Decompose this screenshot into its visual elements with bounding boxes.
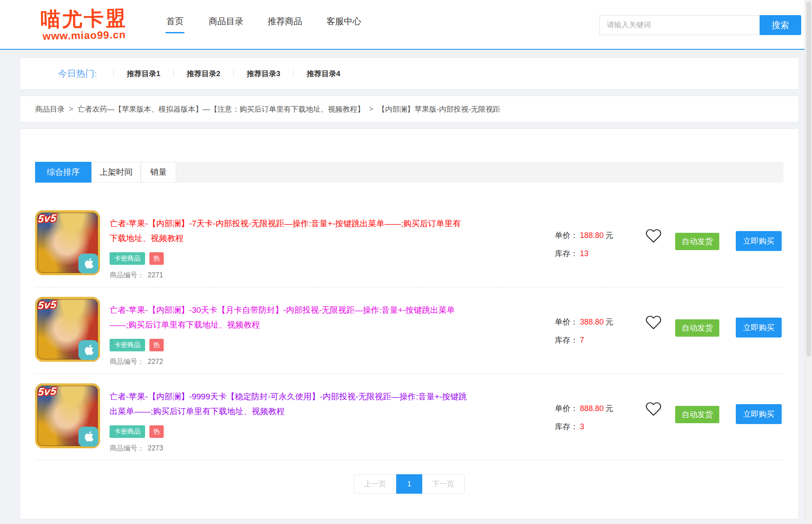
nav-label: 商品目录 (209, 16, 243, 27)
buy-now-button[interactable]: 立即购买 (736, 318, 782, 338)
product-row: 5v5 亡者-苹果-【内部澜】-30天卡【月卡自带防封】-内部投视-无限视距—操… (35, 287, 783, 374)
stock: 库存：3 (555, 421, 613, 432)
hot-bar-items: 推荐目录1 推荐目录2 推荐目录3 推荐目录4 (100, 69, 340, 79)
product-icon[interactable]: 5v5 (35, 210, 100, 275)
tag-hot: 热 (149, 339, 164, 351)
breadcrumb-separator: > (369, 105, 373, 113)
tag-card-product: 卡密商品 (110, 252, 145, 265)
apple-icon (78, 427, 98, 447)
divider (173, 70, 174, 77)
tab-comprehensive-sort[interactable]: 综合排序 (35, 162, 91, 183)
search-bar: 搜索 (599, 15, 801, 35)
product-title[interactable]: 亡者-苹果-【内部澜】-30天卡【月卡自带防封】-内部投视-无限视距—操作:音量… (110, 303, 469, 332)
favorite-heart-icon[interactable] (645, 228, 663, 245)
pagination-page-1[interactable]: 1 (396, 474, 422, 494)
tag-hot: 热 (149, 252, 164, 265)
sku-label: 商品编号： (110, 358, 144, 365)
apple-icon (78, 340, 98, 360)
breadcrumb-current: 【内部澜】苹果版-内部投视-无限视距 (378, 104, 500, 114)
nav-label: 推荐商品 (268, 16, 302, 27)
header: 喵尤卡盟 www.miao99.cn 首页 商品目录 推荐商品 客服中心 搜索 (0, 0, 812, 50)
tag-card-product: 卡密商品 (110, 425, 145, 438)
apple-icon (78, 254, 98, 273)
stock: 库存：13 (555, 248, 613, 259)
hot-item-3[interactable]: 推荐目录3 (247, 69, 280, 79)
tag-hot: 热 (149, 425, 164, 438)
product-row: 5v5 亡者-苹果-【内部澜】-7天卡-内部投视-无限视距—操作:音量+-按键跳… (35, 201, 783, 287)
hot-bar: 今日热门: 推荐目录1 推荐目录2 推荐目录3 推荐目录4 (19, 58, 799, 90)
breadcrumb-category[interactable]: 亡者农药—【苹果版本、模拟器版本】—【注意：购买后订单里有下载地址、视频教程】 (78, 104, 365, 114)
nav-item-home[interactable]: 首页 (165, 16, 184, 33)
divider (113, 70, 114, 77)
hot-item-2[interactable]: 推荐目录2 (187, 69, 220, 79)
nav-item-recommend[interactable]: 推荐商品 (268, 16, 302, 33)
favorite-heart-icon[interactable] (645, 314, 663, 331)
pagination-prev-button[interactable]: 上一页 (354, 474, 396, 494)
product-tags: 卡密商品 热 (110, 425, 469, 438)
tag-card-product: 卡密商品 (110, 339, 145, 351)
search-button[interactable]: 搜索 (760, 15, 801, 35)
favorite-heart-icon[interactable] (645, 401, 663, 418)
sku-value: 2271 (148, 271, 163, 279)
hot-item-1[interactable]: 推荐目录1 (127, 69, 160, 79)
sku-label: 商品编号： (110, 444, 144, 452)
breadcrumb: 商品目录 > 亡者农药—【苹果版本、模拟器版本】—【注意：购买后订单里有下载地址… (19, 96, 799, 122)
main-nav: 首页 商品目录 推荐商品 客服中心 (165, 16, 361, 33)
vertical-scrollbar[interactable] (805, 0, 812, 524)
auto-delivery-button[interactable]: 自动发货 (675, 406, 719, 423)
nav-label: 客服中心 (327, 16, 361, 27)
nav-item-support[interactable]: 客服中心 (327, 16, 361, 33)
product-tags: 卡密商品 热 (110, 252, 469, 265)
site-logo[interactable]: 喵尤卡盟 www.miao99.cn (20, 6, 147, 42)
unit-price: 单价：388.80元 (555, 317, 613, 327)
buy-now-button[interactable]: 立即购买 (736, 404, 782, 424)
product-icon[interactable]: 5v5 (35, 383, 100, 448)
price-block: 单价：188.80元 库存：13 (555, 230, 613, 259)
tab-listing-time[interactable]: 上架时间 (91, 162, 141, 183)
buy-now-button[interactable]: 立即购买 (736, 231, 782, 251)
product-title[interactable]: 亡者-苹果-【内部澜】-9999天卡【稳定防封-可永久使用】-内部投视-无限视距… (110, 389, 469, 419)
product-info: 亡者-苹果-【内部澜】-9999天卡【稳定防封-可永久使用】-内部投视-无限视距… (110, 389, 469, 453)
product-title[interactable]: 亡者-苹果-【内部澜】-7天卡-内部投视-无限视距—操作:音量+-按键跳出菜单—… (110, 216, 469, 246)
5v5-badge: 5v5 (38, 385, 58, 398)
scrollbar-thumb[interactable] (806, 2, 811, 357)
product-list-panel: 综合排序 上架时间 销量 5v5 亡者-苹果-【内部澜】-7天卡-内部投视-无限… (19, 129, 799, 519)
logo-url: www.miao99.cn (21, 28, 147, 42)
sku-label: 商品编号： (110, 271, 144, 279)
product-icon[interactable]: 5v5 (35, 297, 100, 362)
product-row: 5v5 亡者-苹果-【内部澜】-9999天卡【稳定防封-可永久使用】-内部投视-… (35, 374, 783, 460)
divider (293, 70, 294, 77)
product-sku: 商品编号：2271 (110, 271, 469, 280)
nav-item-catalog[interactable]: 商品目录 (209, 16, 243, 33)
price-block: 单价：388.80元 库存：7 (555, 317, 613, 345)
active-underline (165, 32, 184, 33)
search-input[interactable] (599, 15, 760, 35)
hot-bar-label: 今日热门: (58, 68, 97, 80)
unit-price: 单价：888.80元 (555, 403, 613, 414)
product-rows: 5v5 亡者-苹果-【内部澜】-7天卡-内部投视-无限视距—操作:音量+-按键跳… (35, 201, 783, 460)
product-info: 亡者-苹果-【内部澜】-7天卡-内部投视-无限视距—操作:音量+-按键跳出菜单—… (110, 216, 469, 280)
5v5-badge: 5v5 (38, 212, 58, 225)
hot-item-4[interactable]: 推荐目录4 (307, 69, 340, 79)
stock: 库存：7 (555, 335, 613, 345)
auto-delivery-button[interactable]: 自动发货 (675, 233, 719, 250)
pagination-next-button[interactable]: 下一页 (422, 474, 465, 494)
price-block: 单价：888.80元 库存：3 (555, 403, 613, 432)
product-sku: 商品编号：2273 (110, 444, 469, 453)
product-tags: 卡密商品 热 (110, 339, 469, 351)
pagination: 上一页 1 下一页 (35, 474, 783, 494)
product-sku: 商品编号：2272 (110, 357, 469, 366)
unit-price: 单价：188.80元 (555, 230, 613, 241)
sku-value: 2273 (148, 444, 163, 452)
5v5-badge: 5v5 (38, 299, 58, 312)
tab-sales[interactable]: 销量 (141, 162, 176, 183)
nav-label: 首页 (166, 16, 184, 27)
sku-value: 2272 (148, 358, 163, 365)
divider (233, 70, 234, 77)
sort-tabs: 综合排序 上架时间 销量 (35, 162, 783, 183)
product-info: 亡者-苹果-【内部澜】-30天卡【月卡自带防封】-内部投视-无限视距—操作:音量… (110, 303, 469, 366)
breadcrumb-separator: > (69, 105, 73, 113)
auto-delivery-button[interactable]: 自动发货 (675, 319, 719, 337)
logo-title: 喵尤卡盟 (20, 6, 147, 30)
breadcrumb-catalog[interactable]: 商品目录 (35, 104, 65, 114)
